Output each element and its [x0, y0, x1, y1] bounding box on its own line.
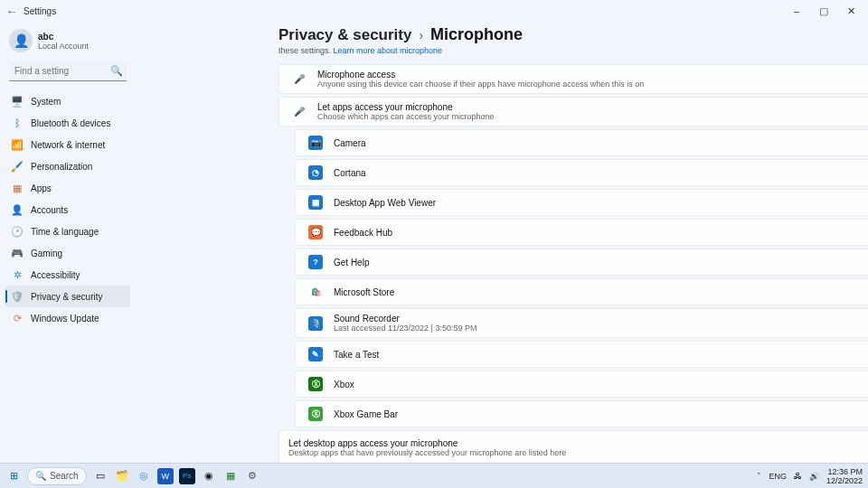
app-icon: 💬 [308, 225, 323, 239]
sidebar-item-accounts[interactable]: 👤Accounts [5, 199, 130, 221]
nav-icon: ✲ [11, 268, 24, 281]
sidebar-item-system[interactable]: 🖥️System [5, 90, 130, 112]
app-row-xbox[interactable]: Ⓧ Xbox On [295, 371, 868, 398]
nav-icon: 🛡️ [11, 290, 24, 303]
app-name: Feedback Hub [334, 228, 868, 238]
tray-language[interactable]: ENG [769, 472, 787, 481]
app-row-cortana[interactable]: ◔ Cortana On [295, 159, 868, 186]
tray-volume-icon[interactable]: 🔊 [809, 472, 819, 481]
settings-icon[interactable]: ⚙ [244, 468, 260, 484]
page-description: these settings. Learn more about microph… [278, 46, 868, 55]
start-button[interactable]: ⊞ [5, 468, 22, 484]
row-title: Let apps access your microphone [317, 102, 868, 112]
microphone-icon: 🎤 [294, 74, 305, 84]
page-title: Microphone [430, 25, 523, 44]
app-row-xbox-game-bar[interactable]: Ⓧ Xbox Game Bar On [295, 400, 868, 427]
window-close-button[interactable]: ✕ [837, 5, 864, 17]
app-icon: ▦ [308, 195, 323, 210]
nav-icon: 🖌️ [11, 160, 24, 173]
app-row-feedback-hub[interactable]: 💬 Feedback Hub On [295, 219, 868, 246]
window-maximize-button[interactable]: ▢ [810, 5, 837, 17]
sidebar-item-privacy-security[interactable]: 🛡️Privacy & security [5, 286, 130, 307]
app-row-camera[interactable]: 📷 Camera On [295, 129, 868, 156]
row-subtitle: Anyone using this device can choose if t… [317, 80, 868, 89]
back-button[interactable]: ← [4, 5, 20, 18]
nav-icon: 🕑 [11, 225, 24, 238]
app-icon: ? [308, 255, 323, 269]
taskbar: ⊞ 🔍 Search ▭ 🗂️ ◎ W Ps ◉ ▦ ⚙ ˄ ENG 🖧 🔊 1… [0, 463, 868, 488]
nav-icon: 🎮 [11, 247, 24, 259]
nav-icon: ᛒ [11, 117, 24, 129]
sidebar-item-personalization[interactable]: 🖌️Personalization [5, 155, 130, 177]
taskbar-search[interactable]: 🔍 Search [27, 467, 87, 485]
breadcrumb-parent[interactable]: Privacy & security [278, 26, 411, 44]
sidebar-item-gaming[interactable]: 🎮Gaming [5, 242, 130, 264]
sidebar-item-label: Time & language [31, 227, 99, 237]
sidebar-item-label: Privacy & security [31, 292, 102, 302]
learn-more-link[interactable]: Learn more about microphone [334, 46, 443, 55]
avatar: 👤 [9, 29, 33, 52]
nav-icon: 📶 [11, 138, 24, 151]
app-row-get-help[interactable]: ? Get Help Off [295, 249, 868, 276]
tray-chevron-icon[interactable]: ˄ [757, 472, 761, 481]
app-icon[interactable]: ▦ [222, 468, 239, 484]
sidebar-item-windows-update[interactable]: ⟳Windows Update [5, 307, 130, 329]
file-explorer-icon[interactable]: 🗂️ [114, 468, 130, 484]
window-titlebar: ← Settings – ▢ ✕ [0, 0, 868, 22]
row-title: Let desktop apps access your microphone [288, 438, 868, 448]
tray-network-icon[interactable]: 🖧 [794, 472, 802, 481]
sidebar: 👤 abc Local Account 🔍 🖥️SystemᛒBluetooth… [0, 22, 134, 465]
app-icon: 🛍️ [308, 285, 323, 299]
row-subtitle: Desktop apps that have previously access… [288, 448, 868, 457]
app-row-sound-recorder[interactable]: 🎙️ Sound Recorder Last accessed 11/23/20… [295, 308, 868, 338]
nav-icon: ⟳ [11, 312, 24, 324]
sidebar-item-apps[interactable]: ▦Apps [5, 177, 130, 199]
app-icon[interactable]: Ps [179, 468, 195, 484]
row-subtitle: Choose which apps can access your microp… [317, 112, 868, 121]
search-icon: 🔍 [110, 65, 123, 77]
sidebar-item-label: Gaming [31, 249, 62, 258]
app-name: Camera [334, 138, 868, 148]
sidebar-item-time-language[interactable]: 🕑Time & language [5, 221, 130, 242]
breadcrumb: Privacy & security › Microphone [278, 25, 868, 44]
sidebar-item-label: System [31, 97, 61, 107]
sidebar-item-accessibility[interactable]: ✲Accessibility [5, 264, 130, 286]
app-name: Cortana [334, 168, 868, 178]
search-box[interactable]: 🔍 [9, 61, 127, 81]
app-row-microsoft-store[interactable]: 🛍️ Microsoft Store On [295, 278, 868, 305]
app-row-take-a-test[interactable]: ✎ Take a Test Off [295, 341, 868, 368]
app-icon: ✎ [308, 347, 323, 361]
sidebar-item-label: Bluetooth & devices [31, 118, 110, 128]
row-title: Microphone access [317, 70, 868, 80]
app-row-desktop-app-web-viewer[interactable]: ▦ Desktop App Web Viewer Off [295, 189, 868, 216]
app-icon: 📷 [308, 136, 323, 150]
sidebar-item-label: Accounts [31, 205, 68, 215]
let-apps-access-row[interactable]: 🎤 Let apps access your microphone Choose… [278, 97, 868, 127]
microphone-access-row[interactable]: 🎤 Microphone access Anyone using this de… [278, 64, 868, 94]
app-name: Desktop App Web Viewer [334, 198, 868, 208]
app-icon: 🎙️ [308, 316, 323, 331]
app-name: Sound Recorder [334, 314, 868, 324]
chrome-icon[interactable]: ◉ [201, 468, 217, 484]
nav-icon: 🖥️ [11, 95, 24, 108]
app-name: Microsoft Store [334, 287, 868, 297]
let-desktop-apps-row[interactable]: Let desktop apps access your microphone … [278, 430, 868, 465]
window-title: Settings [24, 6, 56, 16]
app-name: Take a Test [334, 350, 868, 360]
nav-list: 🖥️SystemᛒBluetooth & devices📶Network & i… [5, 90, 130, 329]
app-last-accessed: Last accessed 11/23/2022 | 3:50:59 PM [334, 324, 868, 333]
app-name: Xbox [334, 380, 868, 389]
search-input[interactable] [9, 61, 127, 81]
nav-icon: ▦ [11, 182, 24, 194]
account-summary[interactable]: 👤 abc Local Account [5, 27, 130, 60]
tray-clock[interactable]: 12:36 PM 12/2/2022 [826, 467, 863, 485]
sidebar-item-bluetooth-devices[interactable]: ᛒBluetooth & devices [5, 112, 130, 134]
sidebar-item-label: Accessibility [31, 270, 80, 280]
task-view-button[interactable]: ▭ [92, 468, 108, 484]
sidebar-item-label: Personalization [31, 162, 92, 172]
word-icon[interactable]: W [157, 468, 174, 484]
sidebar-item-network-internet[interactable]: 📶Network & internet [5, 134, 130, 155]
app-name: Get Help [334, 258, 868, 267]
window-minimize-button[interactable]: – [783, 5, 810, 17]
edge-icon[interactable]: ◎ [136, 468, 152, 484]
